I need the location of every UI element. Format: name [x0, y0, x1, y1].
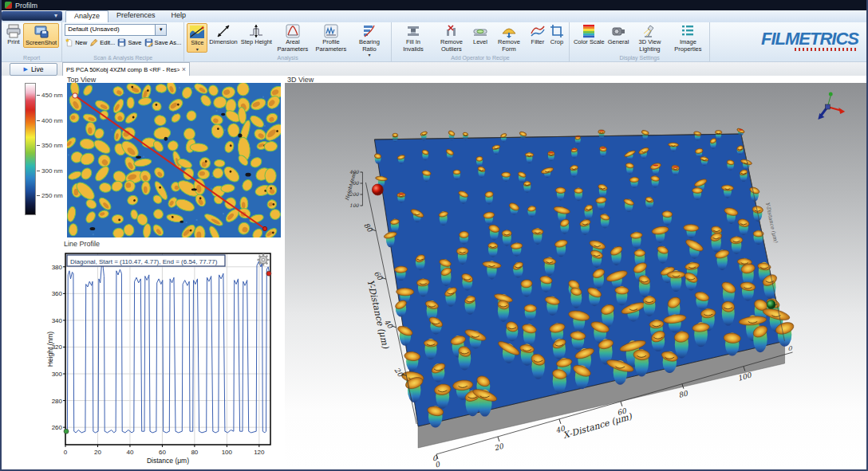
y-tick-label: 380 — [52, 264, 63, 271]
window-title: Profilm — [15, 2, 37, 10]
dimension-button[interactable]: Dimension — [207, 23, 239, 46]
menubar: ▾ AnalyzePreferencesHelp — [2, 10, 866, 23]
printer-icon — [6, 23, 22, 39]
height-axis: 400300200100Height (nm) — [344, 169, 363, 208]
lighting-icon — [641, 23, 657, 39]
pillar-top-blob — [265, 168, 277, 183]
slice-end-marker[interactable] — [262, 226, 266, 230]
y-tick-label: 260 — [52, 424, 63, 431]
pillar-top-blob — [199, 158, 210, 169]
level-button[interactable]: Level — [471, 23, 490, 46]
main-content: 450 nm400 nm350 nm300 nm250 nm Top View … — [2, 76, 866, 469]
new-button[interactable]: New — [65, 38, 87, 47]
line-profile-chart[interactable]: 020406080100120260280300320340360380Dist… — [46, 247, 278, 469]
level-label: Level — [473, 39, 487, 46]
save-button[interactable]: Save — [117, 38, 141, 47]
recipe-dropdown-arrow-icon[interactable]: ▾ — [155, 25, 166, 35]
screenshot-button[interactable]: ScreenShot — [23, 23, 59, 48]
new-icon — [65, 38, 73, 47]
pillar-top-blob — [69, 224, 77, 236]
tab-strip: ▶ Live PS PCA 50Kobj 4XZM comp B <RF - R… — [2, 62, 866, 76]
image-properties-button[interactable]: Image Properties — [669, 23, 707, 53]
image-properties-label: Image Properties — [670, 39, 705, 53]
menu-tab-help[interactable]: Help — [164, 10, 195, 22]
filter-icon — [530, 23, 546, 39]
ribbon-groups: PrintScreenShotReportDefault (Unsaved)▾N… — [2, 22, 866, 61]
document-tab-label: PS PCA 50Kobj 4XZM comp B <RF - Res> — [66, 66, 180, 73]
y-tick-label: 300 — [52, 371, 63, 378]
fill-in-invalids-button[interactable]: Fill In Invalids — [394, 23, 432, 53]
live-button[interactable]: ▶ Live — [10, 63, 57, 76]
save-as-button[interactable]: Save As... — [144, 38, 182, 47]
top-view-image[interactable] — [67, 83, 281, 237]
save-label: Save — [128, 39, 141, 46]
color-scale-bar — [25, 83, 36, 215]
step-height-button[interactable]: Step Height — [239, 23, 274, 46]
slice-start-marker-3d[interactable] — [372, 184, 383, 195]
general-button[interactable]: General — [606, 23, 631, 46]
areal-parameters-icon — [285, 23, 301, 39]
color-scale-label: 250 nm — [37, 192, 63, 199]
app-logo-icon — [5, 2, 12, 9]
orientation-gizmo-icon[interactable] — [818, 92, 845, 120]
fill-in-invalids-label: Fill In Invalids — [396, 39, 431, 53]
y-axis-label-right: Y-Distance (μm) — [764, 202, 779, 244]
color-scale-label: 400 nm — [37, 117, 63, 124]
recipe-dropdown[interactable]: Default (Unsaved)▾ — [65, 24, 167, 36]
remove-form-button[interactable]: Remove Form — [490, 23, 528, 53]
remove-form-label: Remove Form — [491, 39, 527, 53]
color-scale-button[interactable]: Color Scale — [572, 23, 606, 46]
areal-parameters-button[interactable]: Areal Parameters — [274, 23, 312, 53]
pillar-top-blob — [197, 169, 209, 179]
print-label: Print — [7, 39, 19, 46]
document-tab[interactable]: PS PCA 50Kobj 4XZM comp B <RF - Res> × — [62, 62, 190, 76]
x-tick-label: 60 — [159, 449, 166, 456]
screenshot-icon — [34, 24, 49, 40]
z-tick-label: 100 — [349, 202, 360, 208]
titlebar: Profilm — [2, 0, 866, 10]
dropdown-arrow-icon: ▾ — [196, 47, 199, 52]
areal-parameters-label: Areal Parameters — [275, 39, 310, 53]
live-button-label: Live — [31, 65, 44, 73]
slice-button[interactable]: Slice▾ — [187, 23, 207, 53]
crop-button[interactable]: Crop — [547, 23, 566, 46]
slice-start-marker[interactable] — [73, 93, 77, 98]
pillar-top-blob — [112, 214, 123, 223]
save-icon — [117, 38, 126, 47]
app-menu-button[interactable]: ▾ — [2, 11, 62, 21]
print-button[interactable]: Print — [4, 23, 23, 46]
remove-outliers-label: Remove Outliers — [434, 39, 469, 53]
right-axis-origin: 0 — [788, 345, 793, 352]
bearing-ratio-label: Bearing Ratio — [352, 39, 387, 53]
dimension-icon — [215, 23, 231, 39]
crop-icon — [549, 23, 565, 39]
gear-icon[interactable] — [258, 254, 270, 266]
pillar-top-blob — [124, 180, 136, 192]
profile-parameters-label: Profile Parameters — [314, 39, 349, 53]
menu-tab-preferences[interactable]: Preferences — [108, 10, 164, 22]
close-tab-icon[interactable]: × — [182, 65, 186, 73]
profile-parameters-button[interactable]: Profile Parameters — [312, 23, 350, 53]
y-tick-label: 360 — [52, 290, 63, 297]
remove-outliers-button[interactable]: Remove Outliers — [432, 23, 471, 53]
slice-label: Slice — [191, 40, 203, 47]
bearing-ratio-button[interactable]: Bearing Ratio▾ — [350, 23, 389, 57]
remove-outliers-icon — [444, 23, 460, 39]
pillar-top-blob — [237, 83, 249, 96]
x-tick-label: 100 — [222, 449, 233, 456]
ribbon-group-report: PrintScreenShotReport — [2, 22, 62, 61]
filter-button[interactable]: Filter — [528, 23, 547, 46]
edit-button[interactable]: Edit... — [89, 38, 115, 47]
slice-annotation: Diagonal, Start = (110.47, 4.77), End = … — [70, 258, 218, 265]
menu-tab-strip: AnalyzePreferencesHelp — [65, 10, 194, 22]
chevron-down-icon: ▾ — [54, 12, 57, 19]
3d-view-lighting-button[interactable]: 3D View Lighting — [630, 23, 669, 53]
menu-tab-analyze[interactable]: Analyze — [65, 10, 108, 22]
y-axis-label: Height (nm) — [46, 332, 54, 367]
three-d-view[interactable]: 400300200100Height (nm)806040200Y-Distan… — [285, 83, 866, 469]
filter-label: Filter — [531, 39, 545, 46]
fill-invalids-icon — [405, 23, 421, 39]
slice-end-marker-3d[interactable] — [767, 300, 775, 309]
three-d-surface-plot[interactable]: 400300200100Height (nm)806040200Y-Distan… — [285, 83, 866, 469]
color-scale-label: 350 nm — [37, 142, 63, 149]
